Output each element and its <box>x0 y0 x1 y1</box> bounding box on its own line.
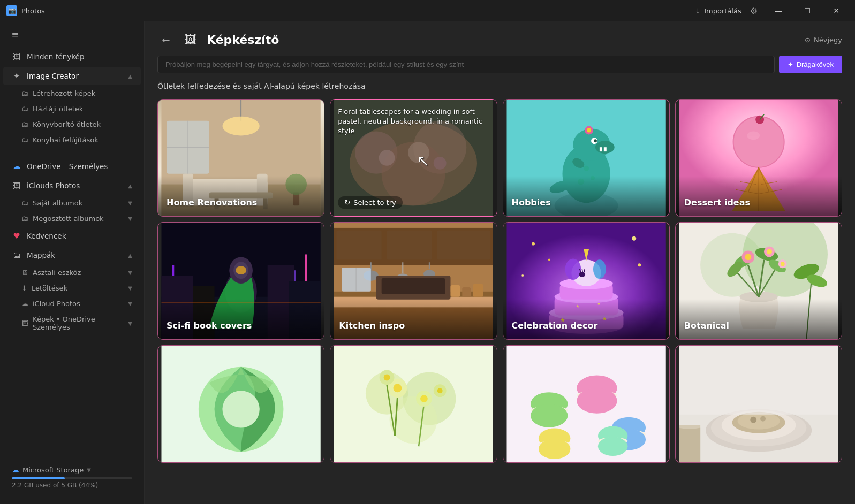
sidebar-item-all-photos[interactable]: 🖼 Minden fénykép <box>3 48 141 66</box>
search-bar-wrap: ✦ Drágakövek <box>145 56 855 82</box>
sidebar-hamburger[interactable]: ≡ <box>4 24 26 45</box>
card-hobbies-label: Hobbies <box>503 176 669 216</box>
card-dessert-label: Dessert ideas <box>676 176 842 216</box>
svg-rect-31 <box>599 147 602 151</box>
svg-point-154 <box>437 388 443 393</box>
storage-bar-fill <box>12 477 65 479</box>
card-scifi-book-covers[interactable]: Sci-fi book covers <box>157 222 324 340</box>
card-hobbies[interactable]: Hobbies <box>503 99 670 217</box>
svg-rect-89 <box>463 287 471 297</box>
row3a-bg <box>158 346 324 462</box>
sidebar-item-shared-albums[interactable]: 🗂 Megosztott albumok <box>21 211 141 226</box>
svg-rect-32 <box>603 147 606 151</box>
book-icon: 🗂 <box>21 120 28 128</box>
page-icon: 🖼 <box>181 30 200 49</box>
header-left: ← 🖼 Képkészítő <box>157 30 279 49</box>
pet-icon: 🗂 <box>21 105 28 113</box>
search-input[interactable] <box>157 56 775 73</box>
svg-point-39 <box>587 128 591 133</box>
svg-rect-90 <box>473 284 483 297</box>
svg-point-147 <box>384 375 390 381</box>
storage-section: ☁ Microsoft Storage ▼ 2.2 GB used of 5 G… <box>0 459 144 495</box>
minimize-button[interactable]: — <box>766 2 791 19</box>
storage-label: Microsoft Storage <box>22 466 84 474</box>
maximize-button[interactable]: ☐ <box>795 2 820 19</box>
import-button[interactable]: ⤓ Importálás <box>695 7 741 15</box>
sidebar-item-favorites[interactable]: ♥ Kedvencek <box>3 227 141 245</box>
all-photos-label: Minden fénykép <box>27 52 85 61</box>
card-botanical[interactable]: Botanical <box>675 222 842 340</box>
svg-rect-85 <box>382 278 445 294</box>
svg-point-35 <box>584 166 589 171</box>
close-button[interactable]: ✕ <box>824 2 849 19</box>
svg-point-145 <box>394 384 402 392</box>
icloud-chevron <box>128 301 132 307</box>
card-row3-a[interactable] <box>157 345 324 463</box>
card-kitchen-inspo[interactable]: Kitchen inspo <box>330 222 497 340</box>
desktop-chevron <box>128 270 132 276</box>
sidebar-item-own-albums[interactable]: 🗂 Saját albumok <box>21 196 141 210</box>
desktop-icon: 🖥 <box>21 269 28 277</box>
select-to-try-button[interactable]: ↻ Select to try <box>338 196 402 209</box>
svg-point-112 <box>579 272 585 277</box>
row3b-bg <box>330 346 496 462</box>
row3c-bg <box>503 346 669 462</box>
sidebar-item-icloud[interactable]: ☁ iCloud Photos <box>21 296 141 311</box>
pictures-chevron <box>128 320 132 326</box>
sidebar-item-pet-ideas[interactable]: 🗂 Háztáji ötletek <box>21 102 141 116</box>
svg-point-133 <box>781 262 785 266</box>
titlebar: 📷 Photos ⤓ Importálás ⚙ — ☐ ✕ <box>0 0 855 21</box>
sidebar-item-downloads[interactable]: ⬇ Letöltések <box>21 281 141 295</box>
image-grid: Home Renovations <box>145 99 855 471</box>
sidebar-item-desktop[interactable]: 🖥 Asztali eszköz <box>21 265 141 280</box>
svg-point-118 <box>700 233 764 297</box>
svg-point-93 <box>632 236 636 241</box>
svg-point-43 <box>747 131 760 140</box>
svg-point-161 <box>577 388 617 414</box>
sidebar-item-onedrive[interactable]: ☁ OneDrive – Személyes <box>3 157 141 175</box>
sidebar-item-kitchen-ideas[interactable]: 🗂 Konyhai felújítások <box>21 133 141 147</box>
image-creator-chevron <box>128 73 132 79</box>
row3d-bg <box>676 346 842 462</box>
profile-button[interactable]: ⊙ Névjegy <box>805 36 842 44</box>
sidebar-item-pictures-onedrive[interactable]: 🖼 Képek • OneDrive Személyes <box>21 312 141 334</box>
downloads-icon: ⬇ <box>21 284 27 292</box>
kitchen-icon: 🗂 <box>21 136 28 144</box>
credits-button[interactable]: ✦ Drágakövek <box>779 56 842 73</box>
own-albums-icon: 🗂 <box>21 199 28 207</box>
svg-rect-88 <box>451 285 460 297</box>
svg-rect-86 <box>342 268 372 292</box>
sidebar-item-image-creator[interactable]: ✦ Image Creator <box>3 67 141 85</box>
section-title: Ötletek felfedezése és saját AI-alapú ké… <box>145 82 855 99</box>
card-row3-b[interactable] <box>330 345 497 463</box>
card-row3-c[interactable] <box>503 345 670 463</box>
sidebar-item-folders[interactable]: 🗂 Mappák <box>3 246 141 264</box>
folders-icon: 🗂 <box>12 250 21 260</box>
select-label: Select to try <box>353 198 396 207</box>
settings-icon[interactable]: ⚙ <box>750 6 758 16</box>
profile-label: Névjegy <box>814 36 842 44</box>
card-row3-d[interactable] <box>675 345 842 463</box>
svg-point-3 <box>222 117 259 136</box>
card-dessert-ideas[interactable]: Dessert ideas <box>675 99 842 217</box>
svg-point-139 <box>222 391 259 427</box>
app-title: Photos <box>21 7 45 15</box>
svg-point-176 <box>737 413 780 430</box>
svg-rect-75 <box>437 231 490 260</box>
card-celebration-decor[interactable]: ★ ★ ★ ★ <box>503 222 670 340</box>
back-button[interactable]: ← <box>157 31 175 48</box>
credits-icon: ✦ <box>788 60 793 68</box>
sidebar-item-created-images[interactable]: 🗂 Létrehozott képek <box>21 86 141 101</box>
svg-rect-180 <box>679 346 838 415</box>
sidebar-item-iclouds[interactable]: 🖼 iClouds Photos <box>3 177 141 195</box>
sidebar-item-book-cover[interactable]: 🗂 Könyvborító ötletek <box>21 117 141 132</box>
window-controls: — ☐ ✕ <box>766 2 849 19</box>
onedrive-icon: ☁ <box>12 162 21 171</box>
card-floral-tablescapes[interactable]: Floral tablescapes for a wedding in soft… <box>330 99 497 217</box>
card-home-renovations[interactable]: Home Renovations <box>157 99 324 217</box>
created-icon: 🗂 <box>21 89 28 97</box>
svg-point-67 <box>236 266 246 274</box>
card-botanical-label: Botanical <box>676 299 842 339</box>
content-header: ← 🖼 Képkészítő ⊙ Névjegy <box>145 21 855 56</box>
svg-point-96 <box>521 274 524 277</box>
